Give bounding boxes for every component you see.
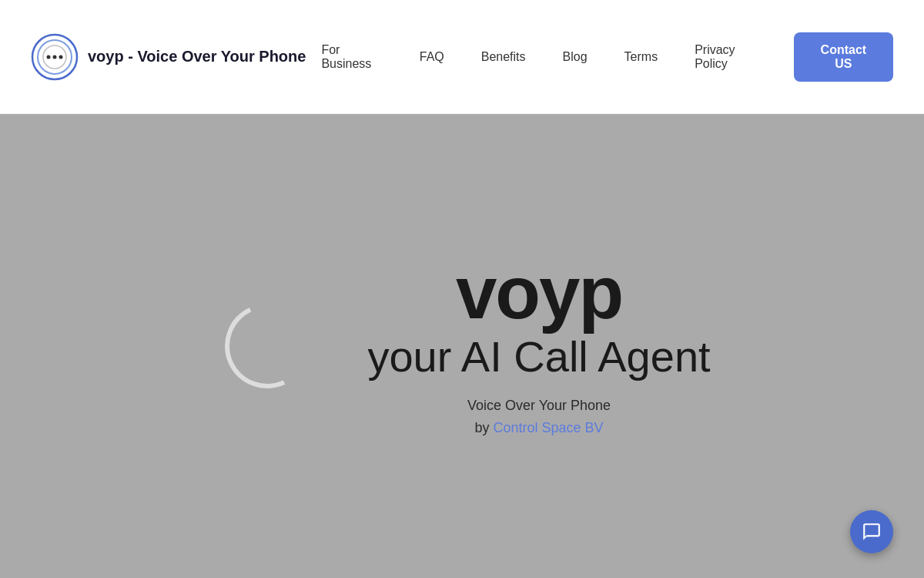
- svg-point-4: [53, 55, 57, 59]
- svg-point-3: [47, 55, 51, 59]
- nav-for-business[interactable]: For Business: [306, 37, 397, 77]
- hero-content: voyp your AI Call Agent Voice Over Your …: [0, 256, 924, 435]
- hero-by: by Control Space BV: [367, 420, 710, 436]
- chat-bubble-button[interactable]: [850, 510, 893, 553]
- nav-blog[interactable]: Blog: [547, 44, 603, 70]
- loading-spinner: [213, 292, 321, 400]
- hero-text-block: voyp your AI Call Agent Voice Over Your …: [367, 256, 710, 435]
- spinner-arc: [213, 291, 322, 400]
- hero-by-link[interactable]: Control Space BV: [493, 420, 603, 435]
- logo-area: voyp - Voice Over Your Phone: [31, 33, 306, 81]
- nav-benefits[interactable]: Benefits: [466, 44, 541, 70]
- logo-icon: [31, 33, 79, 81]
- hero-by-prefix: by: [474, 420, 489, 435]
- nav-privacy-policy[interactable]: Privacy Policy: [679, 37, 775, 77]
- chat-icon: [862, 522, 882, 542]
- hero-title-sub: your AI Call Agent: [367, 333, 710, 381]
- contact-button[interactable]: Contact US: [794, 32, 893, 82]
- nav-terms[interactable]: Terms: [609, 44, 674, 70]
- header: voyp - Voice Over Your Phone For Busines…: [0, 0, 924, 114]
- nav-faq[interactable]: FAQ: [404, 44, 460, 70]
- hero-tagline: Voice Over Your Phone: [367, 395, 710, 417]
- main-nav: For Business FAQ Benefits Blog Terms Pri…: [306, 32, 893, 82]
- hero-section: voyp your AI Call Agent Voice Over Your …: [0, 114, 924, 578]
- svg-point-5: [59, 55, 63, 59]
- hero-title-main: voyp: [367, 256, 710, 330]
- brand-name: voyp - Voice Over Your Phone: [88, 48, 306, 66]
